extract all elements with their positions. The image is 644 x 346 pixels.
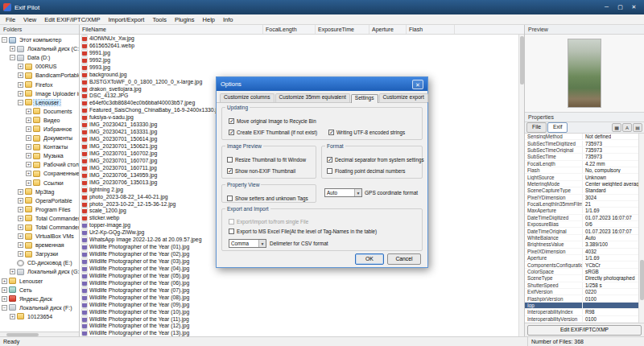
expand-icon[interactable]: + xyxy=(18,72,23,78)
tree-item-временная[interactable]: +временная xyxy=(0,241,79,249)
properties-scrollbar[interactable] xyxy=(638,134,644,323)
expand-icon[interactable]: + xyxy=(26,171,31,176)
tree-item-mp3tag[interactable]: +Mp3tag xyxy=(0,187,79,196)
tree-item-operaportable[interactable]: +OperaPortable xyxy=(0,196,79,205)
property-row-brightnessvalue[interactable]: BrightnessValue3.389/100 xyxy=(525,241,638,248)
property-row-scenetype[interactable]: SceneTypeDirectly photographed xyxy=(525,275,638,282)
expand-icon[interactable]: + xyxy=(18,242,23,248)
tree-item-сеть[interactable]: +Сеть xyxy=(0,286,79,295)
categorized-view-icon[interactable]: ▦ xyxy=(612,123,621,132)
property-row-exifversion[interactable]: ExifVersion0220 xyxy=(525,289,638,295)
tree-item-data-d[interactable]: −Data (D:) xyxy=(0,53,79,62)
property-row-iop[interactable]: Iop xyxy=(525,303,638,309)
expand-icon[interactable]: + xyxy=(18,233,23,239)
alphabetical-view-icon[interactable]: A xyxy=(622,123,632,132)
tree-item-контакты[interactable]: +Контакты xyxy=(0,142,79,151)
checkbox-checked-icon[interactable] xyxy=(227,168,233,174)
minimize-icon[interactable]: ─ xyxy=(600,0,613,14)
tree-item-яндекс-диск[interactable]: +Яндекс.Диск xyxy=(0,295,79,303)
dialog-close-icon[interactable]: ✕ xyxy=(412,80,423,89)
expand-icon[interactable]: + xyxy=(26,126,31,132)
property-row-datetimeoriginal[interactable]: DateTimeOriginal01.07.2023 16:07:07 xyxy=(525,228,638,234)
checkbox-unchecked-icon[interactable] xyxy=(227,196,233,201)
checkbox-show-setters[interactable]: Show setters and unknown Tags xyxy=(227,195,308,202)
tab-customize-35mm-equivalent[interactable]: Customize 35mm equivalent xyxy=(275,93,350,102)
ok-button[interactable]: OK xyxy=(355,253,384,265)
menu-import-export[interactable]: Import/Export xyxy=(104,16,148,23)
checkbox-floating-point[interactable]: Floating point decimal numbers xyxy=(327,167,406,175)
expand-icon[interactable]: + xyxy=(10,314,15,319)
expand-icon[interactable]: + xyxy=(18,198,23,204)
checkbox-resize-thumbnail[interactable]: Resize Thumbnail to fit Window xyxy=(227,156,306,163)
property-row-focallength[interactable]: FocalLength4.22 mm xyxy=(525,161,638,167)
checkbox-unchecked-icon[interactable] xyxy=(229,219,234,224)
tree-item-рабочий-стол[interactable]: +Рабочий стол xyxy=(0,160,79,169)
tree-item-cd-дисковод-e[interactable]: CD-дисковод (E:) xyxy=(0,258,79,267)
property-row-flashpixversion[interactable]: FlashpixVersion0100 xyxy=(525,295,638,302)
expand-icon[interactable]: + xyxy=(18,207,23,212)
expand-icon[interactable]: + xyxy=(2,296,7,302)
expand-icon[interactable]: + xyxy=(18,251,23,257)
file-row[interactable]: 9991.jpg xyxy=(80,49,518,56)
tree-item-documents[interactable]: +Documents xyxy=(0,107,79,116)
tree-item-локальный-диск-c[interactable]: +Локальный диск (C:) xyxy=(0,44,79,53)
property-row-subsectimeoriginal[interactable]: SubSecTimeOriginal735973 xyxy=(525,147,638,154)
property-row-subsectime[interactable]: SubSecTime735973 xyxy=(525,154,638,160)
gps-format-select[interactable]: Auto ▼ xyxy=(324,188,362,197)
menu-plugins[interactable]: Plugins xyxy=(171,16,199,23)
edit-exif-button[interactable]: Edit EXIF/IPTC/XMP xyxy=(527,325,642,336)
property-row-interoperabilityversion[interactable]: InteroperabilityVersion0100 xyxy=(525,316,638,323)
close-icon[interactable]: ✕ xyxy=(627,0,641,14)
tree-item-избранное[interactable]: +Избранное xyxy=(0,125,79,134)
tree-item-локальный-диск-f[interactable]: −Локальный диск (F:) xyxy=(0,303,79,312)
tree-item-image-uploader-injob[interactable]: +Image Uploader injob xyxy=(0,89,79,98)
property-row-whitebalance[interactable]: WhiteBalanceAuto xyxy=(525,235,638,241)
checkbox-move-to-recycle[interactable]: Move original Image to Recycle Bin xyxy=(229,117,316,125)
property-row-componentsconfiguration[interactable]: ComponentsConfigurationYCbCr xyxy=(525,262,638,268)
file-row[interactable]: Wildlife Photographer of the Year (09).j… xyxy=(80,301,518,308)
tree-item-lenouser[interactable]: +Lenouser xyxy=(0,277,79,286)
tree-item-000rus[interactable]: +000RUS xyxy=(0,62,79,71)
checkbox-non-exif-thumbnail[interactable]: Show non-EXIF Thumbnail xyxy=(227,167,295,175)
file-row[interactable]: Wildlife Photographer of the Year (05).j… xyxy=(80,272,518,279)
checkbox-checked-icon[interactable] xyxy=(328,130,334,135)
property-row-focallengthin35mmfilm[interactable]: FocalLengthIn35mmFilm21 xyxy=(525,201,638,208)
tab-customize-columns[interactable]: Customize columns xyxy=(220,93,275,102)
expand-icon[interactable]: + xyxy=(18,91,23,97)
column-header-focallength[interactable]: FocalLength xyxy=(263,25,316,34)
checkbox-utf8-strings[interactable]: Writing UTF-8 encoded strings xyxy=(328,129,405,136)
menu-help[interactable]: Help xyxy=(199,16,219,23)
tree-item-ссылки[interactable]: +Ссылки xyxy=(0,179,79,187)
menu-edit-exif-iptc-xmp[interactable]: Edit EXIF/IPTC/XMP xyxy=(40,16,104,23)
property-row-aperture[interactable]: Aperture1/1.69 xyxy=(525,255,638,262)
property-row-colorspace[interactable]: ColorSpacesRGB xyxy=(525,269,638,275)
expand-icon[interactable]: + xyxy=(18,189,23,195)
property-row-sensingmethod[interactable]: SensingMethodNot defined xyxy=(525,134,638,140)
expand-icon[interactable]: + xyxy=(26,135,31,141)
collapse-icon[interactable]: − xyxy=(18,100,23,105)
column-header-flash[interactable]: Flash xyxy=(407,25,455,34)
file-list-scrollbar[interactable] xyxy=(518,35,524,336)
property-row-shutterspeed[interactable]: ShutterSpeed1/258 s xyxy=(525,282,638,289)
property-row-scenecapturetype[interactable]: SceneCaptureTypeStandard xyxy=(525,187,638,194)
checkbox-checked-icon[interactable] xyxy=(327,157,332,163)
menu-view[interactable]: View xyxy=(19,16,40,23)
checkbox-decimal-separator[interactable]: Decimal separator from system settings xyxy=(327,156,424,163)
checkbox-create-exif-thumbnail[interactable]: Create EXIF Thumbnail (if not exist) xyxy=(229,129,317,136)
column-header-exposuretime[interactable]: ExposureTime xyxy=(316,25,369,34)
property-row-subsectimedigitized[interactable]: SubSecTimeDigitized735973 xyxy=(525,140,638,146)
expand-icon[interactable]: + xyxy=(26,109,31,114)
properties-tab-file[interactable]: File xyxy=(526,122,547,132)
file-row[interactable]: Wildlife Photographer of the Year (10).j… xyxy=(80,308,518,315)
scrollbar-thumb[interactable] xyxy=(520,36,524,84)
file-row[interactable]: 6615652641.webp xyxy=(80,42,518,49)
column-header-aperture[interactable]: Aperture xyxy=(369,25,407,34)
expand-icon[interactable]: + xyxy=(18,216,23,221)
tree-item-program-files[interactable]: +Program Files xyxy=(0,205,79,214)
file-row[interactable]: 9992.jpg xyxy=(80,56,518,64)
collapse-icon[interactable]: − xyxy=(2,305,7,311)
file-row[interactable]: 4lOfWNUx_Xw.jpg xyxy=(80,35,518,42)
property-row-interoperabilityindex[interactable]: InteroperabilityIndexR98 xyxy=(525,309,638,315)
file-row[interactable]: Wildlife Photographer of the Year (12).j… xyxy=(80,323,518,330)
file-row[interactable]: Wildlife Photographer of the Year (07).j… xyxy=(80,286,518,294)
